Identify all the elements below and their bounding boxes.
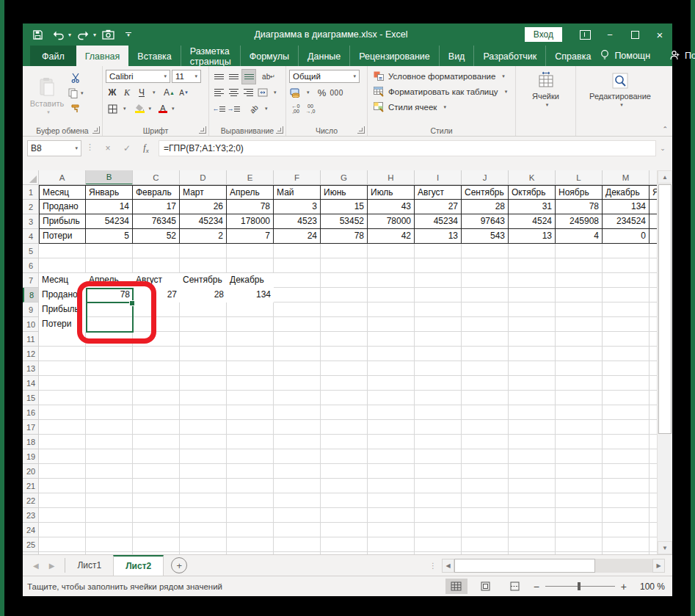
- cells-button[interactable]: Ячейки ▾: [519, 68, 572, 128]
- ribbon-tab-разработчик[interactable]: Разработчик: [474, 46, 546, 66]
- row-header-17[interactable]: 17: [23, 420, 39, 435]
- ribbon-tab-данные[interactable]: Данные: [299, 46, 350, 66]
- increase-indent-icon[interactable]: →: [227, 102, 240, 116]
- comma-style-button[interactable]: 000: [330, 86, 343, 100]
- column-header-L[interactable]: L: [556, 170, 603, 184]
- cell-F4[interactable]: 24: [274, 229, 321, 244]
- zoom-slider[interactable]: [545, 586, 615, 587]
- row-header-19[interactable]: 19: [23, 449, 39, 464]
- row-header-5[interactable]: 5: [23, 244, 39, 258]
- row-header-2[interactable]: 2: [23, 200, 39, 214]
- cell-C4[interactable]: 52: [133, 229, 180, 244]
- formula-bar-splitter[interactable]: ⋮: [86, 142, 94, 152]
- orientation-dropdown-icon[interactable]: ▾: [265, 106, 268, 112]
- row-header-20[interactable]: 20: [23, 464, 39, 479]
- column-header-J[interactable]: J: [462, 170, 509, 184]
- fill-color-icon[interactable]: [135, 104, 145, 113]
- ribbon-tab-вид[interactable]: Вид: [440, 46, 475, 66]
- cell-A2[interactable]: Продано: [39, 200, 86, 214]
- cell-I2[interactable]: 27: [415, 200, 462, 214]
- row-header-1[interactable]: 1: [23, 185, 39, 200]
- number-dialog-launcher-icon[interactable]: [357, 126, 365, 134]
- cell-H1[interactable]: Июль: [368, 185, 415, 200]
- scroll-left-icon[interactable]: ◀: [442, 559, 454, 573]
- cell-M3[interactable]: 234524: [603, 214, 649, 229]
- column-header-I[interactable]: I: [415, 170, 462, 184]
- cell-G3[interactable]: 53452: [321, 214, 368, 229]
- row-header-18[interactable]: 18: [23, 435, 39, 449]
- align-top-icon[interactable]: [212, 70, 225, 84]
- vertical-scrollbar-thumb[interactable]: [658, 184, 672, 434]
- ribbon-tab-формулы[interactable]: Формулы: [241, 46, 299, 66]
- cell-E8[interactable]: 134: [227, 288, 274, 302]
- orientation-icon[interactable]: ab: [244, 99, 263, 118]
- ribbon-tab-главная[interactable]: Главная: [76, 46, 129, 66]
- customize-qat-icon[interactable]: ▾: [120, 26, 137, 43]
- ribbon-tab-разметка-страницы[interactable]: Разметка страницы: [181, 46, 241, 66]
- undo-dropdown-icon[interactable]: ▾: [68, 32, 71, 38]
- cancel-formula-icon[interactable]: ×: [98, 141, 117, 156]
- row-header-3[interactable]: 3: [23, 214, 39, 229]
- cell-I4[interactable]: 13: [415, 229, 462, 244]
- cell-L4[interactable]: 4: [556, 229, 603, 244]
- scroll-up-icon[interactable]: ▲: [658, 170, 672, 184]
- ribbon-tab-вставка[interactable]: Вставка: [128, 46, 181, 66]
- font-color-dropdown-icon[interactable]: ▾: [172, 106, 175, 112]
- row-header-23[interactable]: 23: [23, 508, 39, 523]
- cell-E4[interactable]: 7: [227, 229, 274, 244]
- cell-E7[interactable]: Декабрь: [227, 273, 274, 288]
- column-header-C[interactable]: C: [133, 170, 180, 184]
- cell-N3[interactable]: [649, 214, 657, 229]
- scroll-down-icon[interactable]: ▼: [658, 541, 672, 554]
- increase-font-icon[interactable]: А▲: [163, 86, 176, 100]
- merge-dropdown-icon[interactable]: ▾: [274, 90, 277, 95]
- row-header-9[interactable]: 9: [23, 302, 39, 317]
- decrease-font-icon[interactable]: А▼: [178, 86, 191, 100]
- cell-D3[interactable]: 45234: [180, 214, 227, 229]
- cell-H3[interactable]: 78000: [368, 214, 415, 229]
- fill-color-dropdown-icon[interactable]: ▾: [149, 106, 152, 112]
- share-label[interactable]: Поделиться: [685, 51, 695, 61]
- sheet-nav-left-icon[interactable]: ◀: [33, 562, 39, 570]
- row-header-15[interactable]: 15: [23, 391, 39, 405]
- row-header-21[interactable]: 21: [23, 479, 39, 493]
- ribbon-tab-файл[interactable]: Файл: [30, 46, 76, 66]
- row-header-8[interactable]: 8: [23, 288, 39, 302]
- wrap-text-icon[interactable]: ab↵: [262, 70, 275, 84]
- undo-icon[interactable]: [49, 26, 67, 43]
- cell-D7[interactable]: Сентябрь: [180, 273, 227, 288]
- horizontal-scrollbar[interactable]: ◀ ▶: [442, 559, 665, 573]
- row-header-11[interactable]: 11: [23, 332, 39, 347]
- insert-function-icon[interactable]: fx: [137, 141, 156, 156]
- cell-E1[interactable]: Апрель: [227, 185, 274, 200]
- cell-C2[interactable]: 17: [133, 200, 180, 214]
- cell-B3[interactable]: 54234: [86, 214, 133, 229]
- cell-N1[interactable]: Я: [649, 185, 657, 200]
- minimize-button[interactable]: −: [597, 23, 622, 46]
- formula-input[interactable]: =ГПР(B7;A1:Y3;2;0): [159, 140, 656, 156]
- cell-N4[interactable]: [649, 229, 657, 244]
- ribbon-tab-рецензирование[interactable]: Рецензирование: [350, 46, 440, 66]
- cell-I3[interactable]: 45234: [415, 214, 462, 229]
- cell-D4[interactable]: 2: [180, 229, 227, 244]
- cell-F1[interactable]: Май: [274, 185, 321, 200]
- horizontal-scrollbar-thumb[interactable]: [454, 559, 595, 573]
- column-header-N[interactable]: N: [649, 170, 657, 184]
- name-box-dropdown-icon[interactable]: ▾: [75, 145, 78, 151]
- ribbon-display-options-icon[interactable]: [572, 23, 597, 46]
- row-header-13[interactable]: 13: [23, 361, 39, 376]
- cells-area[interactable]: МесяцЯнварьФевральМартАпрельМайИюньИюльА…: [39, 185, 657, 554]
- column-header-F[interactable]: F: [274, 170, 321, 184]
- tabbar-splitter-dots[interactable]: ⋮: [429, 562, 437, 570]
- cell-G4[interactable]: 78: [321, 229, 368, 244]
- row-header-22[interactable]: 22: [23, 493, 39, 508]
- accounting-dropdown-icon[interactable]: ▾: [307, 90, 310, 95]
- row-header-10[interactable]: 10: [23, 317, 39, 332]
- row-header-14[interactable]: 14: [23, 376, 39, 391]
- row-header-6[interactable]: 6: [23, 258, 39, 273]
- collapse-ribbon-icon[interactable]: ⌃: [662, 126, 668, 133]
- column-header-H[interactable]: H: [368, 170, 415, 184]
- cell-J3[interactable]: 97643: [462, 214, 509, 229]
- camera-icon[interactable]: [99, 26, 117, 43]
- column-header-B[interactable]: B: [86, 170, 133, 185]
